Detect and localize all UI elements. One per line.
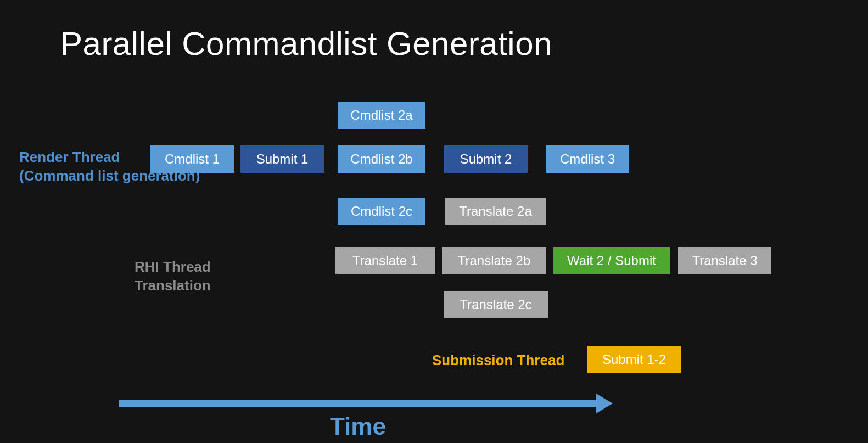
rhi-thread-line1: RHI Thread (135, 258, 211, 277)
submission-thread-label: Submission Thread (432, 351, 564, 370)
rhi-thread-line2: Translation (135, 277, 211, 295)
rhi-thread-label: RHI Thread Translation (135, 258, 211, 295)
slide-title: Parallel Commandlist Generation (60, 25, 552, 63)
box-cmdlist-2c: Cmdlist 2c (338, 198, 425, 225)
box-cmdlist-2a: Cmdlist 2a (338, 102, 425, 129)
box-submit-2: Submit 2 (444, 145, 528, 173)
box-translate-1: Translate 1 (335, 247, 435, 274)
box-submit-1: Submit 1 (240, 145, 324, 173)
box-wait-2-submit: Wait 2 / Submit (553, 247, 670, 274)
slide: Parallel Commandlist Generation Render T… (0, 0, 868, 443)
box-submit-1-2: Submit 1-2 (587, 346, 681, 373)
box-translate-2b: Translate 2b (442, 247, 546, 274)
box-translate-3: Translate 3 (678, 247, 771, 274)
box-cmdlist-3: Cmdlist 3 (546, 145, 629, 173)
box-translate-2c: Translate 2c (444, 291, 548, 318)
arrow-icon (119, 392, 613, 414)
box-cmdlist-1: Cmdlist 1 (150, 145, 234, 173)
time-label: Time (330, 413, 386, 440)
box-translate-2a: Translate 2a (445, 198, 546, 225)
svg-marker-1 (596, 394, 613, 413)
time-arrow (119, 392, 613, 414)
box-cmdlist-2b: Cmdlist 2b (338, 145, 425, 173)
